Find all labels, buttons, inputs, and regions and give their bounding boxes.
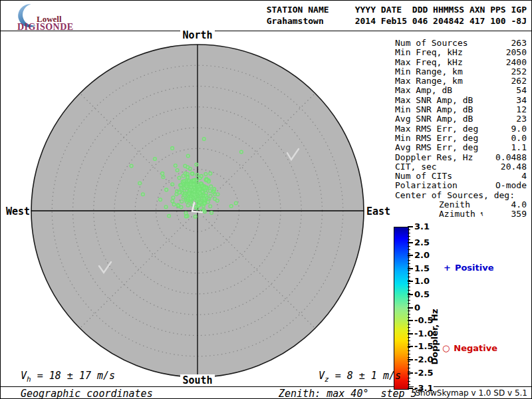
scatter-dot <box>186 176 190 180</box>
scatter-dot <box>209 185 213 188</box>
scatter-dot <box>188 192 191 196</box>
scatter-dot <box>216 193 219 196</box>
stat-value: 2400 <box>506 58 527 67</box>
zenith-range-label: Zenith: max 40° step 5° <box>279 388 423 399</box>
scatter-dot <box>200 175 203 178</box>
stat-label: Min Range, km <box>395 67 463 76</box>
stat-label: Min SNR Amp, dB <box>395 105 473 114</box>
stat-value: 0.0 <box>511 134 527 143</box>
stat-row: Azimuth ↑359 <box>395 209 527 219</box>
scatter-dot <box>171 183 174 186</box>
colorbar-major-tick <box>408 294 413 295</box>
scatter-dot <box>209 194 212 198</box>
scatter-dot <box>203 202 206 205</box>
scatter-dot <box>206 200 209 203</box>
scatter-dot <box>189 197 192 200</box>
scatter-dot <box>234 201 237 205</box>
stat-value: 54 <box>516 86 527 95</box>
scatter-dot <box>210 211 213 215</box>
footer-divider <box>1 386 532 387</box>
colorbar-minor-tick <box>408 287 410 287</box>
stat-value: 262 <box>511 76 527 86</box>
colorbar-major-tick <box>408 307 413 309</box>
stat-value: 4 <box>521 172 527 181</box>
colorbar-minor-tick <box>408 239 410 240</box>
stat-value: O-mode <box>495 181 527 190</box>
stat-label: Polarization <box>395 181 458 190</box>
colorbar-minor-tick <box>408 311 410 311</box>
scatter-dot <box>204 172 207 176</box>
scatter-dot <box>205 178 208 182</box>
stats-list: Num of Sources263Min Freq, kHz2050Max Fr… <box>395 39 527 219</box>
stat-label: Avg RMS Err, deg <box>395 143 478 152</box>
stat-value: 23 <box>516 114 527 124</box>
colorbar-minor-tick <box>408 350 410 351</box>
scatter-dot <box>186 203 190 207</box>
scatter-dot <box>185 185 188 188</box>
colorbar-tick-label: 0 <box>414 303 421 313</box>
stat-label: Doppler Res, Hz <box>395 153 473 162</box>
stat-row: Max RMS Err, deg9.0 <box>395 124 527 134</box>
azimuth-arrow-icon: ↑ <box>474 209 485 221</box>
scatter-dot <box>142 193 145 196</box>
stat-value: 2050 <box>506 48 527 57</box>
stat-label: Min Freq, kHz <box>395 48 463 57</box>
colorbar-minor-tick <box>408 257 410 257</box>
colorbar-minor-tick <box>408 364 410 365</box>
scatter-dot <box>193 179 196 182</box>
colorbar-minor-tick <box>408 368 410 368</box>
colorbar-axis-label: Doppler, Hz <box>430 293 440 381</box>
colorbar-minor-tick <box>408 283 410 284</box>
scatter-dot <box>168 214 171 217</box>
colorbar-minor-tick <box>408 357 410 358</box>
stat-row: Min SNR Amp, dB12 <box>395 105 527 114</box>
colorbar-minor-tick <box>408 354 410 354</box>
colorbar-minor-tick <box>408 378 410 378</box>
plus-icon: + <box>444 263 451 273</box>
colorbar-tick-label: 2.0 <box>414 250 430 260</box>
colorbar-minor-tick <box>408 303 410 304</box>
scatter-dot <box>172 203 176 206</box>
stat-value: 359 <box>511 209 527 219</box>
compass-north-label: North <box>171 29 224 41</box>
colorbar-minor-tick <box>408 300 410 301</box>
scatter-dot <box>204 194 207 198</box>
scatter-dot <box>203 210 206 213</box>
colorbar-minor-tick <box>408 290 410 291</box>
scatter-dot <box>174 164 177 168</box>
scatter-dot <box>197 204 200 207</box>
stat-value: 9.0 <box>511 124 527 134</box>
scatter-dot <box>215 199 219 202</box>
scatter-dot <box>176 203 180 207</box>
colorbar-minor-tick <box>408 260 410 261</box>
stat-label: Max Range, km <box>395 76 463 86</box>
stat-label: Max SNR Amp, dB <box>395 96 473 105</box>
stat-row: Min Range, km252 <box>395 67 527 76</box>
stat-label: Max Freq, kHz <box>395 58 463 67</box>
colorbar-tick-label: 1.5 <box>414 263 430 273</box>
colorbar-tick-label: 1.0 <box>414 276 430 286</box>
scatter-dot <box>229 205 233 208</box>
legend-positive-label: Positive <box>455 263 494 273</box>
colorbar-major-tick <box>408 255 413 256</box>
scatter-dot <box>164 205 168 209</box>
legend-negative-label: Negative <box>454 343 497 353</box>
stat-label: CIT, sec <box>395 162 437 172</box>
scatter-dot <box>209 172 212 176</box>
stat-row: Max Range, km262 <box>395 76 527 86</box>
colorbar-minor-tick <box>408 277 410 277</box>
colorbar-minor-tick <box>408 344 410 344</box>
colorbar-major-tick <box>408 333 413 334</box>
stat-value: 4.0 <box>511 200 527 209</box>
compass-west-label: West <box>5 205 30 217</box>
scatter-dot <box>184 164 187 168</box>
scatter-dot <box>194 215 197 218</box>
colorbar-minor-tick <box>408 361 410 362</box>
doppler-colorbar <box>394 227 409 390</box>
stat-row: Min Freq, kHz2050 <box>395 48 527 57</box>
scatter-dot <box>193 194 196 197</box>
stat-row: Center of Sources, deg: <box>395 191 527 200</box>
stat-label: Azimuth ↑ <box>395 209 484 219</box>
colorbar-minor-tick <box>408 317 410 318</box>
scatter-dot <box>159 198 162 201</box>
